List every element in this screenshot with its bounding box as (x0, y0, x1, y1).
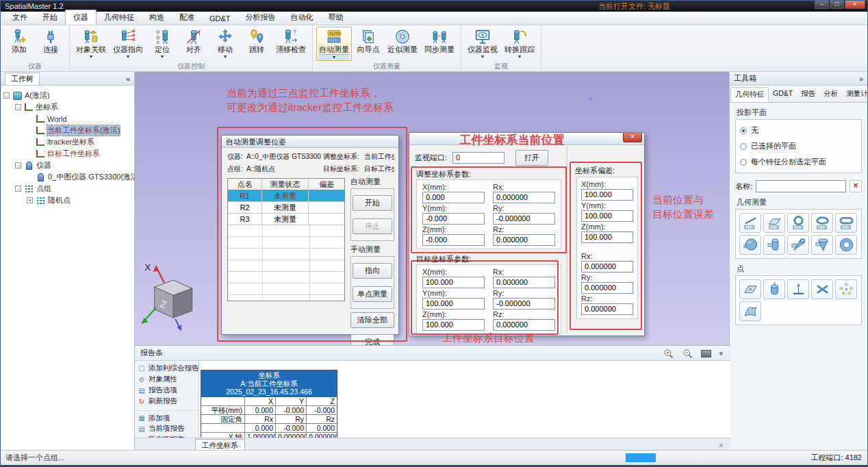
table-row[interactable]: R1未测量 (228, 190, 344, 202)
stop-button[interactable]: 停止 (353, 218, 392, 234)
menu-tab-help[interactable]: 帮助 (321, 10, 351, 25)
tree-expander-icon[interactable]: - (15, 186, 21, 192)
param-input[interactable]: 0.000000 (493, 319, 555, 331)
view-cube[interactable]: X Z (135, 258, 203, 340)
param-input[interactable]: 0.000000 (581, 282, 633, 294)
ribbon-button-drift-check[interactable]: 漂移检查 (273, 27, 309, 61)
open-button[interactable]: 打开 (515, 150, 548, 166)
param-input[interactable]: -0.000000 (493, 298, 555, 310)
ribbon-button-move[interactable]: 移动▾ (210, 27, 240, 61)
tree-item[interactable]: World (1, 113, 134, 125)
surface-points-button[interactable] (739, 301, 761, 321)
ribbon-button-locate[interactable]: 定位▾ (147, 27, 177, 61)
measure-circle-button[interactable] (787, 213, 809, 233)
param-input[interactable]: 0.000000 (581, 303, 633, 315)
tree-item[interactable]: -点组 (1, 183, 134, 194)
start-button[interactable]: 开始 (353, 195, 392, 211)
tree-item[interactable]: -坐标系 (1, 101, 134, 113)
toolbox-tab-measure-plan[interactable]: 测量计划 (842, 87, 868, 102)
measure-plane-button[interactable] (763, 213, 785, 233)
tree-item[interactable]: 目标工件坐标系 (1, 148, 134, 160)
measure-torus-button[interactable] (835, 235, 857, 255)
maximize-button[interactable]: □ (830, 1, 844, 9)
ribbon-button-add[interactable]: 添加 (4, 27, 34, 61)
projection-option[interactable]: 已选择的平面 (740, 141, 857, 151)
param-input[interactable]: 100.000 (581, 210, 633, 222)
param-input[interactable]: 0.000000 (493, 234, 555, 246)
param-input[interactable]: 100.000 (422, 319, 485, 331)
ribbon-button-guide-point[interactable]: 向导点 (353, 27, 383, 61)
report-sidebar-item[interactable]: ▤当前项报告 (135, 423, 199, 434)
tree-item[interactable]: -A(激活) (1, 90, 134, 101)
menu-tab-start[interactable]: 开始 (35, 10, 65, 25)
report-sidebar-item[interactable]: ↻刷新报告 (135, 396, 199, 407)
ribbon-button-approx-measure[interactable]: 近似测量 (385, 27, 420, 61)
projection-option[interactable]: 每个特征分别选定平面 (740, 157, 857, 167)
menu-tab-gdt[interactable]: GD&T (202, 12, 238, 25)
param-input[interactable]: 100.000 (422, 277, 485, 288)
param-input[interactable]: -0.000 (422, 234, 485, 246)
toolbox-tab-gdt[interactable]: GD&T (769, 87, 797, 102)
measure-ellipse-button[interactable] (811, 213, 833, 233)
clear-all-button[interactable]: 清除全部 (350, 312, 394, 328)
table-row[interactable]: R2未测量 (228, 202, 344, 214)
report-sidebar-item[interactable]: ▤报告选项 (135, 385, 199, 396)
report-sidebar-item[interactable]: ⚙对象属性 (135, 374, 199, 385)
tree-item[interactable]: -仪器 (1, 160, 134, 171)
tree-expander-icon[interactable]: - (3, 92, 10, 99)
done-button[interactable]: 完成 (350, 334, 394, 345)
toolbox-tab-analysis[interactable]: 分析 (819, 87, 842, 102)
single-point-measure-button[interactable]: 单点测量 (353, 286, 392, 302)
collapse-panel-icon[interactable]: « (126, 75, 130, 83)
viewport-canvas[interactable]: 当前为通过三点监控工件坐标系， 可更改为通过itracker监控工件坐标系 + … (135, 72, 730, 345)
zoom-out-icon[interactable] (682, 348, 693, 359)
param-input[interactable]: 100.000 (581, 231, 633, 243)
measure-sphere-button[interactable] (739, 235, 761, 255)
point-on-plane-button[interactable] (739, 279, 761, 299)
measure-cone-button[interactable] (811, 235, 833, 255)
measure-slot-button[interactable] (835, 213, 857, 233)
collapse-report-icon[interactable]: » (717, 351, 726, 355)
ribbon-button-connect[interactable]: 连接 (36, 27, 66, 61)
dialog-close-button[interactable]: × (623, 133, 642, 142)
ribbon-button-align[interactable]: 对齐 (179, 27, 209, 61)
table-row[interactable]: R3未测量 (228, 214, 344, 225)
intersection-point-button[interactable] (811, 279, 833, 299)
tree-item[interactable]: 当前工件坐标系(激活) (1, 125, 134, 136)
menu-tab-file[interactable]: 文件 (5, 10, 35, 25)
menu-tab-registration[interactable]: 配准 (172, 10, 202, 25)
point-to-button[interactable]: 指向 (353, 263, 392, 279)
point-on-cylinder-button[interactable] (763, 279, 785, 299)
point-set-button[interactable] (835, 279, 857, 299)
monitor-port-input[interactable]: 0 (452, 152, 505, 164)
ribbon-button-transform-tracking[interactable]: 转换跟踪▾ (502, 27, 537, 61)
param-input[interactable]: 0.000000 (493, 277, 555, 288)
ribbon-button-sync-measure[interactable]: 同步测量 (422, 27, 457, 61)
expand-panel-icon[interactable]: » (859, 75, 863, 83)
param-input[interactable]: 0.000000 (493, 192, 555, 203)
close-button[interactable]: × (845, 1, 865, 9)
measure-cylinder-button[interactable] (763, 235, 785, 255)
menu-tab-automation[interactable]: 自动化 (283, 10, 321, 25)
measure-line-button[interactable] (739, 213, 761, 233)
projection-option[interactable]: 无 (740, 125, 857, 136)
tree-expander-icon[interactable]: + (27, 197, 33, 203)
tree-expander-icon[interactable]: - (15, 104, 21, 110)
tree-expander-icon[interactable]: - (15, 162, 21, 168)
param-input[interactable]: -0.000000 (493, 213, 555, 225)
tree-item[interactable]: itracker坐标系 (1, 136, 134, 148)
param-input[interactable]: 0.000000 (581, 261, 633, 273)
measure-cone-tilted-button[interactable] (787, 235, 809, 255)
tree-item[interactable]: +随机点 (1, 194, 134, 206)
report-sidebar-item[interactable]: ▦添加项 (135, 410, 199, 423)
menu-tab-analysis-report[interactable]: 分析报告 (238, 10, 283, 25)
minimize-button[interactable]: – (815, 1, 829, 9)
menu-tab-geometry[interactable]: 几何特征 (97, 10, 142, 25)
report-sidebar-item[interactable]: ☐添加到综合报告 (135, 363, 199, 374)
clear-name-icon[interactable]: × (850, 180, 862, 192)
tree-item[interactable]: 0_中图仪器 GTS3300(激活) (1, 171, 134, 183)
zoom-in-icon[interactable] (663, 348, 674, 359)
param-input[interactable]: 0.000 (422, 192, 485, 203)
report-close-icon[interactable]: × (719, 441, 724, 451)
ribbon-button-auto-measure[interactable]: 自动测量▾ (316, 27, 352, 61)
